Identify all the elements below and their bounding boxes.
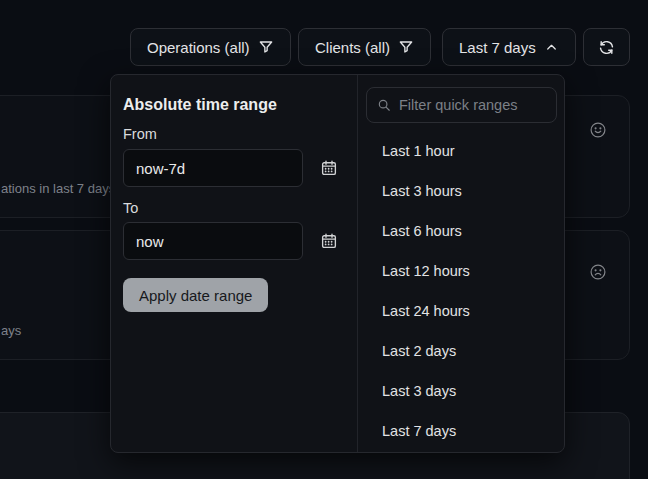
apply-date-range-button[interactable]: Apply date range xyxy=(123,278,268,312)
to-calendar-icon[interactable] xyxy=(317,229,341,253)
chevron-up-icon xyxy=(544,40,559,55)
quick-range-option-last-12-hours[interactable]: Last 12 hours xyxy=(357,251,565,291)
time-range-picker-dropdown: Absolute time range From To Apply date r… xyxy=(110,74,565,453)
quick-range-option-last-3-hours[interactable]: Last 3 hours xyxy=(357,171,565,211)
quick-range-search[interactable] xyxy=(366,87,557,123)
to-input[interactable] xyxy=(123,222,303,260)
quick-range-list: Last 1 hour Last 3 hours Last 6 hours La… xyxy=(357,131,565,451)
operations-filter-label: Operations (all) xyxy=(147,39,250,56)
clients-filter-button[interactable]: Clients (all) xyxy=(298,28,431,66)
refresh-button[interactable] xyxy=(583,28,630,66)
filter-funnel-icon xyxy=(398,39,414,55)
from-label: From xyxy=(123,126,157,142)
filter-funnel-icon xyxy=(258,39,274,55)
from-calendar-icon[interactable] xyxy=(317,156,341,180)
refresh-icon xyxy=(598,39,615,56)
app-screen: ations in last 7 days ays Operations (al… xyxy=(0,0,648,479)
to-label: To xyxy=(123,200,138,216)
quick-range-option-last-3-days[interactable]: Last 3 days xyxy=(357,371,565,411)
quick-range-option-last-7-days[interactable]: Last 7 days xyxy=(357,411,565,451)
quick-range-option-last-24-hours[interactable]: Last 24 hours xyxy=(357,291,565,331)
search-icon xyxy=(377,98,391,112)
panel-subtitle-partial: ays xyxy=(1,323,21,338)
from-input[interactable] xyxy=(123,149,303,187)
absolute-time-range-title: Absolute time range xyxy=(123,96,277,114)
operations-filter-button[interactable]: Operations (all) xyxy=(130,28,291,66)
time-range-label: Last 7 days xyxy=(459,39,536,56)
quick-range-option-last-1-hour[interactable]: Last 1 hour xyxy=(357,131,565,171)
time-range-picker-button[interactable]: Last 7 days xyxy=(442,28,576,66)
smiley-face-icon xyxy=(589,121,607,143)
frown-face-icon xyxy=(589,263,607,285)
quick-range-filter-input[interactable] xyxy=(399,97,546,113)
panel-subtitle-partial: ations in last 7 days xyxy=(1,181,115,196)
quick-range-option-last-2-days[interactable]: Last 2 days xyxy=(357,331,565,371)
clients-filter-label: Clients (all) xyxy=(315,39,390,56)
quick-range-option-last-6-hours[interactable]: Last 6 hours xyxy=(357,211,565,251)
